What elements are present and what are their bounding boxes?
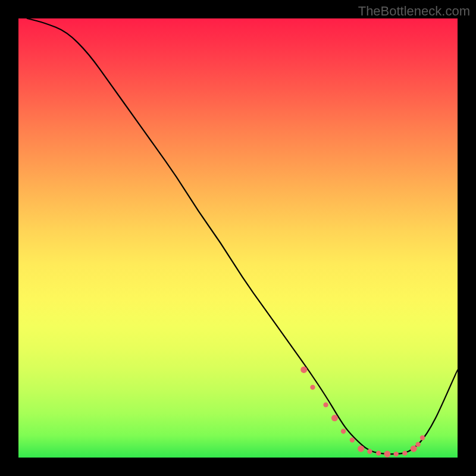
threshold-dot [415, 442, 420, 447]
threshold-dot [402, 450, 407, 455]
threshold-dot [358, 446, 364, 452]
threshold-dot [376, 450, 381, 455]
threshold-dot [310, 385, 315, 390]
threshold-dot [350, 437, 355, 442]
threshold-markers [18, 18, 458, 458]
plot-area [18, 18, 458, 458]
threshold-dot [367, 449, 372, 454]
threshold-dot [300, 367, 307, 373]
threshold-dot [420, 436, 425, 440]
chart-frame: TheBottleneck.com [0, 0, 476, 476]
threshold-dot [384, 451, 390, 458]
threshold-dot [394, 452, 399, 456]
threshold-dot [323, 402, 328, 407]
threshold-dot [341, 429, 346, 434]
attribution-label: TheBottleneck.com [358, 4, 470, 19]
threshold-dot [411, 446, 417, 452]
threshold-dot [331, 415, 338, 421]
